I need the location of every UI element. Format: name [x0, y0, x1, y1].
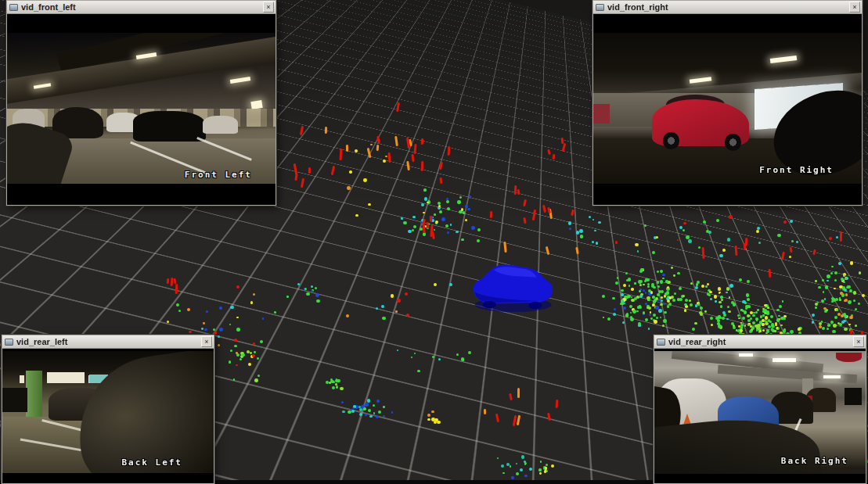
camera-feed-front-left: Front Left	[7, 14, 276, 205]
car-wheel	[663, 132, 679, 149]
camera-label: Front Left	[185, 170, 252, 180]
window-icon	[596, 4, 604, 11]
green-pillar	[26, 371, 43, 419]
ceiling-light	[823, 375, 841, 378]
window-icon	[9, 4, 18, 11]
parked-car	[2, 388, 27, 412]
video-frame	[7, 33, 276, 184]
titlebar[interactable]: vid_front_left ×	[7, 1, 276, 14]
camera-feed-rear-left: Back Left	[2, 349, 214, 483]
close-icon[interactable]: ×	[853, 336, 864, 347]
video-frame	[2, 351, 214, 473]
wall-sign	[47, 372, 85, 383]
window-title: vid_front_left	[21, 2, 260, 13]
titlebar[interactable]: vid_front_right ×	[593, 1, 862, 14]
mirror-reflection	[836, 353, 861, 363]
window-title: vid_rear_left	[16, 336, 198, 348]
video-frame	[593, 33, 862, 184]
ceiling-light	[773, 358, 796, 362]
car-wheel	[725, 134, 741, 150]
camera-label: Front Right	[759, 165, 834, 175]
close-icon[interactable]: ×	[263, 2, 274, 13]
close-icon[interactable]: ×	[201, 336, 212, 347]
camera-feed-rear-right: Back Right	[654, 349, 866, 483]
window-vid-front-left[interactable]: vid_front_left ×	[6, 0, 276, 206]
window-vid-front-right[interactable]: vid_front_right × Front Right	[592, 0, 863, 206]
window-title: vid_rear_right	[668, 336, 850, 348]
parked-car	[203, 116, 238, 134]
close-icon[interactable]: ×	[849, 2, 860, 13]
parked-car	[133, 111, 206, 142]
titlebar[interactable]: vid_rear_left ×	[2, 335, 214, 349]
parked-car	[593, 104, 610, 124]
titlebar[interactable]: vid_rear_right ×	[654, 335, 866, 349]
window-vid-rear-right[interactable]: vid_rear_right ×	[654, 335, 866, 484]
camera-feed-front-right: Front Right	[593, 14, 862, 205]
app-screen: vid_front_left ×	[0, 0, 868, 484]
window-title: vid_front_right	[607, 2, 846, 13]
camera-label: Back Right	[781, 456, 848, 466]
window-vid-rear-left[interactable]: vid_rear_left × Back Left	[2, 335, 214, 484]
window-icon	[657, 339, 665, 346]
ego-vehicle-model	[467, 258, 560, 316]
camera-label: Back Left	[121, 457, 182, 468]
ceiling-light	[739, 353, 753, 357]
window-icon	[5, 339, 13, 346]
parked-car	[845, 388, 862, 405]
